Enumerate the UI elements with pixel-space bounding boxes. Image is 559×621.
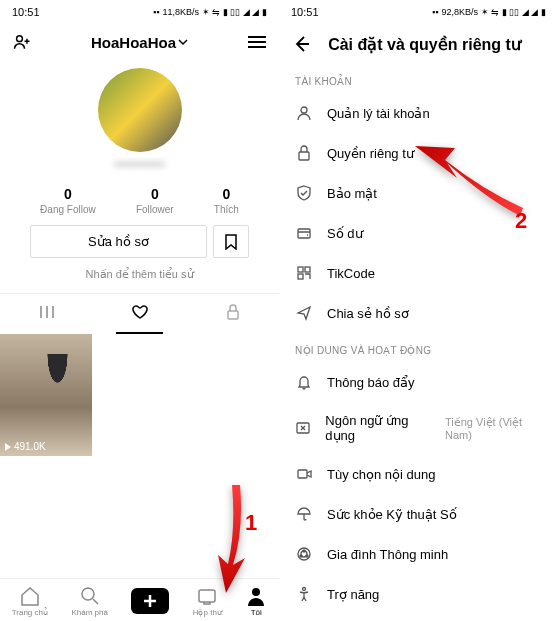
svg-point-19: [300, 555, 302, 557]
bio-hint[interactable]: Nhấn để thêm tiểu sử: [0, 268, 279, 293]
svg-rect-15: [298, 470, 307, 478]
section-account-header: TÀI KHOẢN: [279, 64, 558, 93]
svg-rect-4: [228, 311, 238, 319]
bell-icon: [296, 374, 312, 390]
person-icon: [296, 105, 312, 121]
svg-rect-13: [298, 274, 303, 279]
lock-icon: [296, 145, 312, 161]
status-icons: ▪▪92,8KB/s✶ ⇋ ▮ ▯▯ ◢ ◢ ▮: [432, 7, 546, 17]
lock-icon: [226, 304, 240, 320]
item-digital-wellbeing[interactable]: Sức khỏe Kỹ thuật Số: [279, 494, 558, 534]
svg-point-20: [306, 555, 308, 557]
stat-followers[interactable]: 0Follower: [136, 186, 174, 215]
language-icon: [295, 420, 311, 436]
item-share-profile[interactable]: Chia sẻ hồ sơ: [279, 293, 558, 333]
video-icon: [296, 466, 312, 482]
accessibility-icon: [296, 586, 312, 602]
svg-point-0: [17, 36, 23, 42]
share-icon: [296, 305, 312, 321]
svg-point-18: [303, 550, 305, 552]
svg-rect-2: [248, 41, 266, 43]
bookmark-button[interactable]: [213, 225, 249, 258]
item-tikcode[interactable]: TikCode: [279, 253, 558, 293]
svg-rect-3: [248, 46, 266, 48]
item-content-pref[interactable]: Tùy chọn nội dung: [279, 454, 558, 494]
stats-row: 0Đang Follow 0Follower 0Thích: [0, 182, 279, 225]
tab-private[interactable]: [186, 294, 279, 334]
family-icon: [296, 546, 312, 562]
item-accessibility[interactable]: Trợ năng: [279, 574, 558, 614]
username: ••••••••••••: [0, 158, 279, 172]
svg-point-5: [82, 588, 94, 600]
item-language[interactable]: Ngôn ngữ ứng dụngTiếng Việt (Việt Nam): [279, 402, 558, 454]
section-cache-header: BỘ NHỚ ĐỆM VÀ DỮ LIỆU DI ĐỘNG: [279, 614, 558, 621]
status-icons: ▪▪11,8KB/s✶ ⇋ ▮ ▯▯ ◢ ◢ ▮: [153, 7, 267, 17]
stat-likes[interactable]: 0Thích: [214, 186, 239, 215]
video-views: 491.0K: [4, 441, 46, 452]
umbrella-icon: [296, 506, 312, 522]
stat-following[interactable]: 0Đang Follow: [40, 186, 96, 215]
page-title: Cài đặt và quyền riêng tư: [323, 35, 526, 54]
menu-icon[interactable]: [247, 32, 267, 52]
settings-screen: 10:51 ▪▪92,8KB/s✶ ⇋ ▮ ▯▯ ◢ ◢ ▮ Cài đặt v…: [279, 0, 558, 621]
add-user-icon[interactable]: [12, 32, 32, 52]
nav-discover[interactable]: Khám phá: [71, 585, 107, 617]
play-icon: [4, 443, 12, 451]
shield-icon: [296, 185, 312, 201]
item-manage-account[interactable]: Quản lý tài khoản: [279, 93, 558, 133]
search-icon: [79, 585, 101, 607]
wallet-icon: [296, 225, 312, 241]
feed-icon: [39, 304, 55, 320]
home-icon: [19, 585, 41, 607]
svg-point-21: [303, 588, 306, 591]
language-value: Tiếng Việt (Việt Nam): [445, 416, 542, 441]
svg-rect-10: [298, 229, 310, 238]
item-push-notif[interactable]: Thông báo đẩy: [279, 362, 558, 402]
chevron-down-icon: [178, 37, 188, 47]
profile-name-dropdown[interactable]: HoaHoaHoa: [91, 34, 188, 51]
profile-tabs: [0, 293, 279, 334]
annotation-arrow-1: [200, 480, 260, 599]
svg-point-8: [301, 107, 307, 113]
status-bar: 10:51 ▪▪11,8KB/s✶ ⇋ ▮ ▯▯ ◢ ◢ ▮: [0, 0, 279, 24]
svg-rect-1: [248, 36, 266, 38]
video-thumbnail[interactable]: 491.0K: [0, 334, 92, 456]
nav-home[interactable]: Trang chủ: [12, 585, 48, 617]
item-family-pairing[interactable]: Gia đình Thông minh: [279, 534, 558, 574]
annotation-badge-1: 1: [245, 510, 257, 536]
annotation-badge-2: 2: [515, 208, 527, 234]
heart-icon: [131, 304, 149, 320]
annotation-arrow-2: [415, 138, 525, 227]
status-time: 10:51: [12, 6, 40, 18]
edit-profile-button[interactable]: Sửa hồ sơ: [30, 225, 207, 258]
plus-icon: [143, 594, 157, 608]
section-content-header: NỘI DUNG VÀ HOẠT ĐỘNG: [279, 333, 558, 362]
tab-liked[interactable]: [93, 294, 186, 334]
back-button[interactable]: [291, 34, 311, 54]
status-time: 10:51: [291, 6, 319, 18]
nav-create[interactable]: [131, 588, 169, 614]
svg-rect-12: [305, 267, 310, 272]
svg-rect-11: [298, 267, 303, 272]
qr-icon: [296, 265, 312, 281]
arrow-left-icon: [291, 34, 311, 54]
svg-rect-9: [299, 152, 309, 160]
tab-feed[interactable]: [0, 294, 93, 334]
status-bar: 10:51 ▪▪92,8KB/s✶ ⇋ ▮ ▯▯ ◢ ◢ ▮: [279, 0, 558, 24]
avatar[interactable]: [98, 68, 182, 152]
bookmark-icon: [224, 234, 238, 250]
